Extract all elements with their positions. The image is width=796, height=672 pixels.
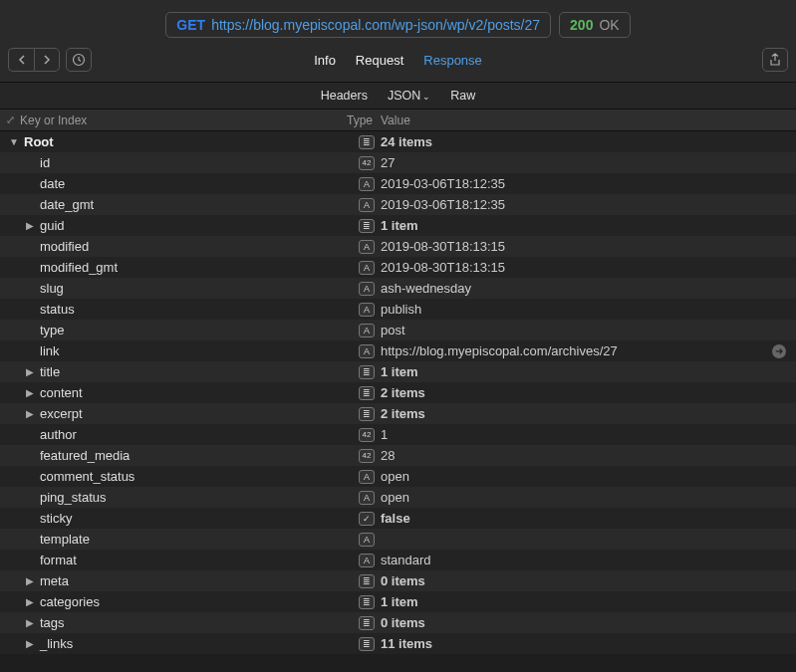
value-label: 2 items — [377, 406, 796, 421]
chevron-down-icon: ⌄ — [422, 92, 430, 102]
type-badge: A — [359, 282, 375, 296]
value-label: 2 items — [377, 385, 796, 400]
key-label: author — [40, 427, 77, 442]
tree-row[interactable]: modified_gmtA2019-08-30T18:13:15 — [0, 257, 796, 278]
share-button[interactable] — [762, 48, 788, 72]
value-label: 1 item — [377, 594, 796, 609]
type-badge: ≣ — [359, 574, 375, 588]
disclosure-icon[interactable]: ▶ — [24, 220, 36, 231]
tree-row[interactable]: modifiedA2019-08-30T18:13:15 — [0, 236, 796, 257]
value-label: false — [377, 511, 796, 526]
value-label: open — [377, 469, 796, 484]
value-label: 2019-08-30T18:13:15 — [377, 239, 796, 254]
type-badge: ≣ — [359, 407, 375, 421]
tree-row[interactable]: sticky✓false — [0, 508, 796, 529]
col-value-label: Value — [377, 113, 796, 127]
tree-row[interactable]: formatAstandard — [0, 550, 796, 570]
nav-left — [8, 48, 92, 72]
subtab-headers[interactable]: Headers — [321, 89, 368, 103]
type-badge: A — [359, 240, 375, 254]
request-pill[interactable]: GET https://blog.myepiscopal.com/wp-json… — [165, 12, 551, 38]
tree-row[interactable]: featured_media4228 — [0, 445, 796, 466]
key-label: categories — [40, 594, 100, 609]
tree-row[interactable]: ▶title≣1 item — [0, 361, 796, 382]
tree-row[interactable]: ▶meta≣0 items — [0, 570, 796, 591]
filter-icon[interactable]: ⤢ — [0, 113, 20, 126]
tree-row[interactable]: ping_statusAopen — [0, 487, 796, 508]
subtab-json[interactable]: JSON⌄ — [388, 89, 430, 103]
key-label: status — [40, 302, 75, 317]
key-label: modified_gmt — [40, 260, 118, 275]
tree-row[interactable]: typeApost — [0, 320, 796, 340]
history-button[interactable] — [66, 48, 92, 72]
key-label: modified — [40, 239, 89, 254]
value-label: ash-wednesday — [377, 281, 796, 296]
disclosure-icon[interactable]: ▼ — [8, 136, 20, 147]
tree-row[interactable]: linkAhttps://blog.myepiscopal.com/archiv… — [0, 340, 796, 361]
table-header: ⤢ Key or Index Type Value — [0, 110, 796, 131]
value-label: 2019-03-06T18:12:35 — [377, 176, 796, 191]
disclosure-icon[interactable]: ▶ — [24, 638, 36, 649]
tree-row[interactable]: id4227 — [0, 152, 796, 173]
disclosure-icon[interactable]: ▶ — [24, 366, 36, 377]
type-badge: A — [359, 533, 375, 547]
key-label: meta — [40, 573, 69, 588]
main-tabs: Info Request Response — [314, 53, 482, 68]
value-label: 1 — [377, 427, 796, 442]
tree-row[interactable]: ▶_links≣11 items — [0, 633, 796, 654]
tree-row[interactable]: date_gmtA2019-03-06T18:12:35 — [0, 194, 796, 215]
toolbar: Info Request Response — [8, 46, 788, 74]
type-badge: ≣ — [359, 386, 375, 400]
open-link-icon[interactable]: ➜ — [772, 344, 786, 358]
forward-button[interactable] — [34, 48, 60, 72]
tree-row[interactable]: comment_statusAopen — [0, 466, 796, 487]
disclosure-icon[interactable]: ▶ — [24, 596, 36, 607]
tree-row[interactable]: ▼Root≣24 items — [0, 131, 796, 152]
type-badge: ≣ — [359, 637, 375, 651]
tree-row[interactable]: ▶guid≣1 item — [0, 215, 796, 236]
tree-row[interactable]: dateA2019-03-06T18:12:35 — [0, 173, 796, 194]
key-label: comment_status — [40, 469, 134, 484]
key-label: date_gmt — [40, 197, 94, 212]
type-badge: A — [359, 303, 375, 317]
value-label: 28 — [377, 448, 796, 463]
tree-row[interactable]: ▶excerpt≣2 items — [0, 403, 796, 424]
nav-right — [762, 48, 788, 72]
key-label: guid — [40, 218, 65, 233]
type-badge: A — [359, 344, 375, 358]
key-label: link — [40, 343, 60, 358]
disclosure-icon[interactable]: ▶ — [24, 617, 36, 628]
tree-row[interactable]: ▶categories≣1 item — [0, 591, 796, 612]
back-button[interactable] — [8, 48, 34, 72]
disclosure-icon[interactable]: ▶ — [24, 575, 36, 586]
type-badge: ≣ — [359, 595, 375, 609]
tree-row[interactable]: slugAash-wednesday — [0, 278, 796, 299]
key-label: tags — [40, 615, 65, 630]
disclosure-icon[interactable]: ▶ — [24, 408, 36, 419]
tab-request[interactable]: Request — [356, 53, 403, 68]
type-badge: A — [359, 261, 375, 275]
type-badge: A — [359, 198, 375, 212]
subtab-raw[interactable]: Raw — [450, 89, 475, 103]
tab-response[interactable]: Response — [423, 53, 482, 68]
status-pill[interactable]: 200 OK — [559, 12, 631, 38]
type-badge: A — [359, 554, 375, 567]
http-method: GET — [176, 17, 205, 33]
tab-info[interactable]: Info — [314, 53, 336, 68]
value-label: 1 item — [377, 364, 796, 379]
disclosure-icon[interactable]: ▶ — [24, 387, 36, 398]
type-badge: A — [359, 324, 375, 337]
tree-row[interactable]: ▶content≣2 items — [0, 382, 796, 403]
value-label: 27 — [377, 155, 796, 170]
type-badge: ✓ — [359, 512, 375, 526]
type-badge: A — [359, 491, 375, 505]
tree-row[interactable]: templateA — [0, 529, 796, 550]
key-label: featured_media — [40, 448, 130, 463]
value-label: 0 items — [377, 573, 796, 588]
value-label: 1 item — [377, 218, 796, 233]
tree-row[interactable]: statusApublish — [0, 299, 796, 320]
value-label: standard — [377, 553, 796, 567]
tree-row[interactable]: ▶tags≣0 items — [0, 612, 796, 633]
type-badge: 42 — [359, 428, 375, 442]
tree-row[interactable]: author421 — [0, 424, 796, 445]
